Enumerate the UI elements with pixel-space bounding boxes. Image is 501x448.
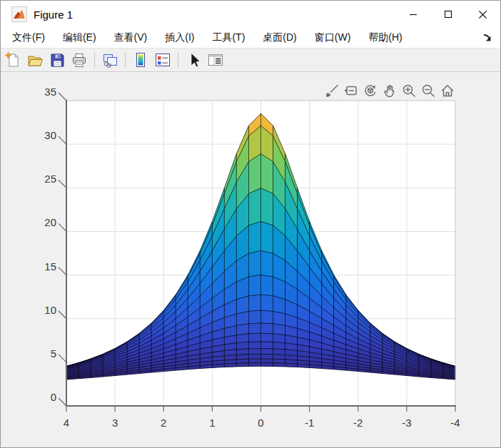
figure-area: 43210-1-2-3-405101520253035	[1, 72, 501, 448]
save-figure-button[interactable]	[48, 51, 66, 69]
menu-item-file[interactable]: 文件(F)	[8, 29, 49, 46]
insert-legend-button[interactable]	[153, 51, 172, 69]
home-icon	[440, 83, 455, 98]
link-plot-icon	[101, 51, 118, 68]
edit-cursor-icon	[185, 51, 202, 68]
x-tick-label: -2	[353, 417, 363, 429]
menu-item-insert[interactable]: 插入(I)	[161, 29, 198, 46]
toolbar-separator	[94, 52, 95, 68]
toolbar-separator	[125, 52, 126, 68]
close-button[interactable]	[465, 1, 500, 28]
figure-window: Figure 1 文件(F) 编辑(E) 查看(V) 插入(I) 工具(T) 桌…	[0, 0, 501, 448]
edit-plot-button[interactable]	[184, 51, 203, 69]
menu-bar: 文件(F) 编辑(E) 查看(V) 插入(I) 工具(T) 桌面(D) 窗口(W…	[1, 28, 500, 48]
maximize-icon	[444, 10, 452, 19]
x-tick-label: 0	[258, 417, 263, 429]
plot-canvas[interactable]: 43210-1-2-3-405101520253035	[1, 72, 501, 448]
z-tick-label: 15	[44, 260, 56, 273]
rotate-3d-button[interactable]	[363, 83, 378, 98]
menu-item-tools[interactable]: 工具(T)	[208, 29, 249, 46]
x-tick-label: 1	[209, 417, 215, 429]
brush-icon	[324, 83, 340, 98]
zoom-out-button[interactable]	[420, 83, 436, 98]
menu-item-help[interactable]: 帮助(H)	[364, 29, 406, 46]
x-tick-label: 3	[112, 417, 118, 429]
window-title: Figure 1	[34, 9, 73, 21]
menu-item-desktop[interactable]: 桌面(D)	[258, 29, 300, 46]
x-tick-label: 4	[64, 417, 69, 429]
menu-item-window[interactable]: 窗口(W)	[310, 29, 355, 46]
open-file-button[interactable]	[26, 51, 44, 69]
z-tick-label: 10	[44, 304, 56, 316]
toolbar-separator	[178, 52, 178, 68]
restore-view-button[interactable]	[440, 83, 455, 98]
dock-figure-button[interactable]	[480, 31, 495, 45]
zoom-out-icon	[420, 83, 436, 98]
menu-item-edit[interactable]: 编辑(E)	[59, 29, 101, 46]
minimize-icon	[409, 10, 418, 19]
close-icon	[478, 10, 487, 19]
title-bar: Figure 1	[1, 1, 500, 28]
dock-arrow-icon	[480, 31, 495, 45]
x-tick-label: -4	[450, 417, 460, 429]
x-tick-label: -3	[402, 417, 411, 429]
printer-icon	[71, 51, 88, 68]
new-figure-icon	[4, 51, 21, 68]
x-tick-label: 2	[161, 417, 166, 429]
property-inspector-button[interactable]	[206, 51, 225, 69]
brush-data-button[interactable]	[324, 83, 340, 98]
new-figure-button[interactable]	[4, 51, 22, 69]
open-folder-icon	[26, 51, 44, 68]
rotate-icon	[363, 83, 378, 98]
x-tick-label: -1	[305, 417, 314, 429]
pan-hand-icon	[382, 83, 398, 98]
z-tick-label: 35	[44, 86, 56, 98]
legend-icon	[154, 51, 171, 68]
pan-button[interactable]	[382, 83, 398, 98]
datatip-icon	[343, 83, 359, 98]
zoom-in-button[interactable]	[401, 83, 417, 98]
figure-toolbar	[1, 48, 500, 72]
property-inspector-icon	[207, 51, 224, 68]
save-floppy-icon	[49, 51, 66, 68]
z-tick-label: 25	[44, 173, 56, 185]
print-figure-button[interactable]	[70, 51, 88, 69]
insert-colorbar-button[interactable]	[131, 51, 150, 69]
z-tick-label: 30	[44, 129, 56, 141]
link-plot-button[interactable]	[101, 51, 119, 69]
window-controls	[395, 1, 500, 28]
axes-toolbar	[324, 83, 455, 98]
colorbar-icon	[132, 51, 149, 68]
z-tick-label: 20	[44, 216, 56, 228]
menu-item-view[interactable]: 查看(V)	[110, 29, 152, 46]
zoom-in-icon	[401, 83, 417, 98]
minimize-button[interactable]	[395, 1, 430, 28]
z-tick-label: 0	[51, 391, 56, 403]
data-tips-button[interactable]	[343, 83, 359, 98]
maximize-button[interactable]	[430, 1, 465, 28]
z-tick-label: 5	[51, 347, 56, 360]
matlab-icon	[11, 6, 27, 22]
